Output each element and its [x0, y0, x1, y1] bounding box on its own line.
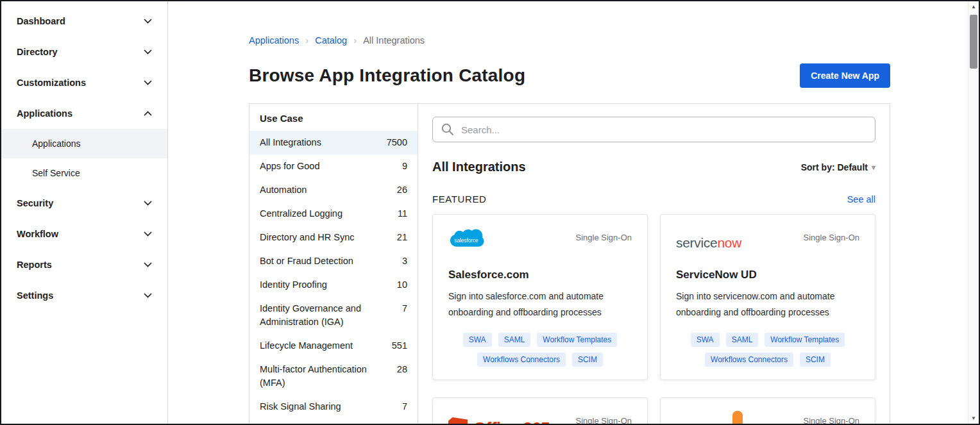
filter-count: 28	[397, 363, 407, 376]
filter-label: Bot or Fraud Detection	[260, 254, 353, 268]
filter-label: Automation	[260, 183, 307, 197]
filter-count: 7500	[387, 136, 407, 149]
scrollbar-thumb[interactable]	[970, 15, 977, 69]
filter-count: 551	[392, 339, 407, 353]
sidebar-subitem-applications[interactable]: Applications	[1, 129, 167, 158]
filter-apps-for-good[interactable]: Apps for Good 9	[249, 154, 418, 178]
tag-badge: Workflows Connectors	[477, 353, 566, 367]
app-card-workday[interactable]: workday Single Sign-On	[660, 397, 875, 424]
sidebar-subitem-label: Applications	[32, 138, 81, 149]
sidebar-item-security[interactable]: Security	[1, 188, 167, 219]
filter-mfa[interactable]: Multi-factor Authentication (MFA) 28	[249, 358, 418, 395]
sidebar-item-dashboard[interactable]: Dashboard	[1, 6, 167, 37]
filter-lifecycle-management[interactable]: Lifecycle Management 551	[249, 334, 418, 358]
breadcrumb-separator-icon: ›	[305, 35, 308, 46]
tag-badge: Workflow Templates	[765, 333, 845, 347]
app-card-description: Sign into servicenow.com and automate on…	[676, 288, 859, 320]
filter-label: Multi-factor Authentication (MFA)	[260, 363, 391, 390]
sidebar-item-reports[interactable]: Reports	[1, 249, 167, 280]
filter-centralized-logging[interactable]: Centralized Logging 11	[249, 202, 418, 226]
filter-header: Use Case	[249, 104, 418, 131]
main-content: Applications › Catalog › All Integration…	[168, 1, 979, 424]
tag-badge: SWA	[691, 333, 720, 347]
filter-label: Apps for Good	[260, 160, 320, 173]
tag-badge: SAML	[498, 333, 531, 347]
filter-label: All Integrations	[260, 136, 321, 149]
see-all-link[interactable]: See all	[847, 194, 875, 204]
tag-badge: SAML	[726, 333, 759, 347]
sidebar-item-label: Dashboard	[17, 16, 65, 26]
breadcrumb-link-applications[interactable]: Applications	[249, 35, 299, 46]
search-box	[432, 117, 875, 142]
chevron-down-icon	[144, 19, 152, 24]
salesforce-logo: salesforce	[448, 228, 484, 256]
filter-label: Lifecycle Management	[260, 339, 353, 353]
office365-icon	[448, 417, 468, 424]
search-icon	[441, 122, 455, 139]
breadcrumb: Applications › Catalog › All Integration…	[249, 35, 890, 46]
create-new-app-button[interactable]: Create New App	[800, 63, 890, 88]
tag-badge: Workflows Connectors	[705, 353, 793, 367]
vertical-scrollbar[interactable]: ▲ ▼	[968, 1, 979, 424]
filter-social-login[interactable]: Social Login 18	[249, 419, 418, 424]
tag-badge: Workflow Templates	[537, 333, 617, 347]
filter-label: Directory and HR Sync	[260, 231, 354, 244]
scroll-down-button[interactable]: ▼	[968, 413, 979, 424]
filter-count: 7	[402, 302, 407, 315]
sidebar-item-workflow[interactable]: Workflow	[1, 219, 167, 249]
tag-badge: SCIM	[572, 353, 603, 367]
sidebar-item-settings[interactable]: Settings	[1, 280, 167, 311]
app-card-servicenow[interactable]: servicenow Single Sign-On ServiceNow UD …	[660, 214, 875, 380]
breadcrumb-current: All Integrations	[363, 35, 425, 46]
sort-by-label: Sort by: Default	[801, 162, 868, 172]
sidebar-item-label: Applications	[17, 108, 72, 119]
filter-count: 3	[402, 254, 407, 268]
chevron-down-icon	[144, 293, 152, 298]
sidebar-item-label: Directory	[17, 47, 58, 57]
filter-label: Identity Proofing	[260, 278, 327, 292]
breadcrumb-link-catalog[interactable]: Catalog	[315, 35, 347, 46]
sidebar-subitem-label: Self Service	[32, 168, 80, 178]
app-window: Dashboard Directory Customizations Appli…	[0, 0, 980, 425]
sign-on-badge: Single Sign-On	[576, 411, 632, 424]
page-title: Browse App Integration Catalog	[249, 65, 525, 86]
filter-count: 26	[397, 183, 407, 197]
sidebar-item-label: Reports	[17, 260, 52, 270]
filter-count: 10	[397, 278, 407, 292]
filter-identity-proofing[interactable]: Identity Proofing 10	[249, 273, 418, 297]
app-card-salesforce[interactable]: salesforce Single Sign-On Salesforce.com…	[432, 214, 648, 380]
filter-count: 21	[397, 231, 407, 244]
app-card-office365[interactable]: Office 365 Single Sign-On	[432, 397, 648, 424]
filter-risk-signal-sharing[interactable]: Risk Signal Sharing 7	[249, 395, 418, 419]
chevron-down-icon	[144, 49, 152, 54]
filter-directory-hr-sync[interactable]: Directory and HR Sync 21	[249, 226, 418, 249]
filter-all-integrations[interactable]: All Integrations 7500	[249, 131, 418, 154]
sort-by-dropdown[interactable]: Sort by: Default ▾	[801, 162, 875, 172]
filter-count: 7	[402, 400, 407, 413]
app-card-title: ServiceNow UD	[676, 269, 859, 281]
sidebar-item-customizations[interactable]: Customizations	[1, 67, 167, 98]
featured-section-label: FEATURED	[432, 194, 487, 204]
app-card-tags: SWA SAML Workflow Templates Workflows Co…	[676, 333, 859, 367]
filter-automation[interactable]: Automation 26	[249, 178, 418, 202]
chevron-up-icon	[144, 111, 152, 116]
app-card-description: Sign into salesforce.com and automate on…	[448, 288, 632, 320]
sidebar-item-label: Customizations	[17, 78, 86, 88]
chevron-down-icon	[144, 80, 152, 85]
tag-badge: SCIM	[800, 353, 831, 367]
scroll-up-button[interactable]: ▲	[968, 1, 979, 12]
search-input[interactable]	[432, 117, 875, 142]
svg-text:salesforce: salesforce	[454, 238, 478, 244]
chevron-down-icon	[144, 231, 152, 237]
sidebar-item-label: Settings	[17, 290, 53, 301]
sign-on-badge: Single Sign-On	[804, 228, 859, 242]
sidebar-item-directory[interactable]: Directory	[1, 37, 167, 67]
filter-label: Risk Signal Sharing	[260, 400, 341, 413]
filter-bot-fraud-detection[interactable]: Bot or Fraud Detection 3	[249, 249, 418, 273]
sidebar-subitem-self-service[interactable]: Self Service	[1, 158, 167, 188]
sidebar-item-applications[interactable]: Applications	[1, 98, 167, 129]
featured-cards-grid: salesforce Single Sign-On Salesforce.com…	[432, 214, 875, 424]
filter-count: 9	[402, 160, 407, 173]
sign-on-badge: Single Sign-On	[804, 411, 859, 424]
filter-iga[interactable]: Identity Governance and Administration (…	[249, 297, 418, 334]
